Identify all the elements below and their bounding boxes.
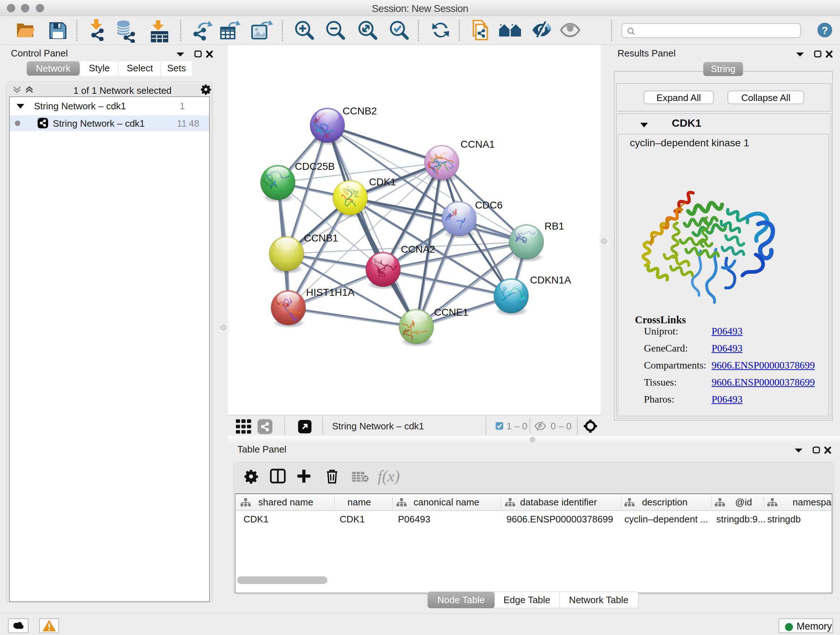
svg-text:CDK1: CDK1	[369, 176, 396, 187]
svg-text:?: ?	[821, 25, 828, 36]
svg-text:CCNE1: CCNE1	[434, 307, 469, 318]
svg-text:CDC25B: CDC25B	[295, 161, 335, 172]
svg-text:CCNB1: CCNB1	[304, 233, 338, 244]
svg-text:CCNA2: CCNA2	[401, 244, 435, 255]
svg-text:CCNB2: CCNB2	[343, 105, 377, 117]
svg-text:CCNA1: CCNA1	[461, 139, 495, 150]
svg-text:RB1: RB1	[545, 220, 564, 232]
svg-text:HIST1H1A: HIST1H1A	[306, 287, 355, 298]
svg-text:CDKN1A: CDKN1A	[530, 274, 571, 286]
svg-text:CDC6: CDC6	[475, 200, 502, 211]
